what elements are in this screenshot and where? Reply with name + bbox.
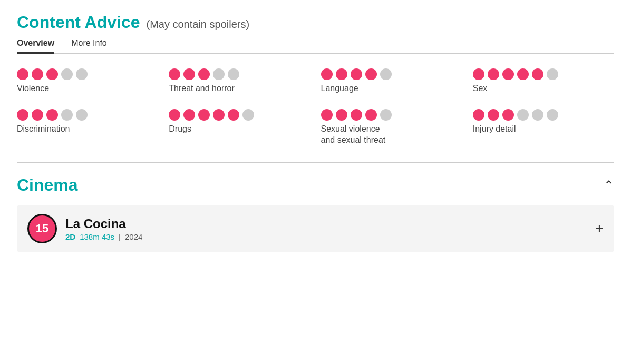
dots-row-language bbox=[321, 68, 462, 80]
rating-label-discrimination: Discrimination bbox=[17, 124, 158, 135]
cinema-title: Cinema bbox=[17, 175, 78, 195]
empty-dot bbox=[242, 109, 254, 121]
empty-dot bbox=[380, 109, 392, 121]
movie-meta: 2D 138m 43s | 2024 bbox=[65, 232, 142, 241]
dots-row-drugs bbox=[169, 109, 310, 121]
filled-dot bbox=[473, 109, 484, 121]
page-subtitle: (May contain spoilers) bbox=[147, 18, 250, 31]
rating-item-sex: Sex bbox=[473, 68, 614, 94]
movie-duration: 138m 43s bbox=[80, 232, 114, 241]
filled-dot bbox=[336, 68, 347, 80]
filled-dot bbox=[169, 68, 180, 80]
filled-dot bbox=[351, 68, 362, 80]
movie-card: 15 La Cocina 2D 138m 43s | 2024 + bbox=[17, 205, 614, 252]
collapse-cinema-button[interactable]: ⌃ bbox=[604, 178, 614, 193]
filled-dot bbox=[32, 109, 43, 121]
empty-dot bbox=[76, 109, 88, 121]
filled-dot bbox=[198, 68, 210, 80]
rating-item-drugs: Drugs bbox=[169, 109, 310, 146]
filled-dot bbox=[46, 109, 58, 121]
meta-separator: | bbox=[119, 232, 121, 241]
dots-row-threat-and-horror bbox=[169, 68, 310, 80]
tab-more-info[interactable]: More Info bbox=[71, 38, 107, 53]
empty-dot bbox=[547, 68, 558, 80]
rating-label-violence: Violence bbox=[17, 83, 158, 94]
rating-label-sex: Sex bbox=[473, 83, 614, 94]
cinema-header: Cinema ⌃ bbox=[17, 175, 614, 195]
add-movie-button[interactable]: + bbox=[595, 221, 604, 236]
filled-dot bbox=[517, 68, 529, 80]
filled-dot bbox=[32, 68, 43, 80]
rating-label-sexual-violence: Sexual violenceand sexual threat bbox=[321, 124, 462, 146]
dots-row-violence bbox=[17, 68, 158, 80]
movie-format: 2D bbox=[65, 232, 75, 241]
filled-dot bbox=[488, 68, 499, 80]
filled-dot bbox=[321, 68, 333, 80]
filled-dot bbox=[321, 109, 333, 121]
rating-item-language: Language bbox=[321, 68, 462, 94]
dots-row-injury-detail bbox=[473, 109, 614, 121]
dots-row-sex bbox=[473, 68, 614, 80]
filled-dot bbox=[17, 68, 28, 80]
movie-title: La Cocina bbox=[65, 217, 142, 231]
movie-info: La Cocina 2D 138m 43s | 2024 bbox=[65, 217, 142, 241]
movie-year: 2024 bbox=[125, 232, 142, 241]
empty-dot bbox=[228, 68, 239, 80]
rating-item-injury-detail: Injury detail bbox=[473, 109, 614, 146]
filled-dot bbox=[351, 109, 362, 121]
rating-item-violence: Violence bbox=[17, 68, 158, 94]
empty-dot bbox=[517, 109, 529, 121]
rating-item-threat-and-horror: Threat and horror bbox=[169, 68, 310, 94]
content-advice-header: Content Advice (May contain spoilers) bbox=[17, 13, 614, 32]
filled-dot bbox=[183, 68, 195, 80]
filled-dot bbox=[336, 109, 347, 121]
section-divider bbox=[17, 162, 614, 163]
rating-item-discrimination: Discrimination bbox=[17, 109, 158, 146]
filled-dot bbox=[365, 109, 377, 121]
empty-dot bbox=[532, 109, 543, 121]
empty-dot bbox=[213, 68, 225, 80]
tabs-bar: Overview More Info bbox=[17, 38, 614, 54]
filled-dot bbox=[502, 109, 514, 121]
rating-item-sexual-violence: Sexual violenceand sexual threat bbox=[321, 109, 462, 146]
ratings-grid: ViolenceThreat and horrorLanguageSexDisc… bbox=[17, 68, 614, 145]
rating-label-drugs: Drugs bbox=[169, 124, 310, 135]
filled-dot bbox=[213, 109, 225, 121]
movie-card-left: 15 La Cocina 2D 138m 43s | 2024 bbox=[27, 214, 142, 243]
rating-label-language: Language bbox=[321, 83, 462, 94]
filled-dot bbox=[198, 109, 210, 121]
rating-label-injury-detail: Injury detail bbox=[473, 124, 614, 135]
empty-dot bbox=[61, 68, 73, 80]
empty-dot bbox=[547, 109, 558, 121]
filled-dot bbox=[502, 68, 514, 80]
filled-dot bbox=[473, 68, 484, 80]
page-wrapper: Content Advice (May contain spoilers) Ov… bbox=[0, 0, 631, 264]
page-title: Content Advice bbox=[17, 13, 140, 32]
filled-dot bbox=[169, 109, 180, 121]
dots-row-discrimination bbox=[17, 109, 158, 121]
age-rating-badge: 15 bbox=[27, 214, 57, 243]
empty-dot bbox=[380, 68, 392, 80]
filled-dot bbox=[532, 68, 543, 80]
filled-dot bbox=[183, 109, 195, 121]
dots-row-sexual-violence bbox=[321, 109, 462, 121]
empty-dot bbox=[61, 109, 73, 121]
filled-dot bbox=[17, 109, 28, 121]
rating-label-threat-and-horror: Threat and horror bbox=[169, 83, 310, 94]
filled-dot bbox=[365, 68, 377, 80]
filled-dot bbox=[46, 68, 58, 80]
filled-dot bbox=[488, 109, 499, 121]
filled-dot bbox=[228, 109, 239, 121]
empty-dot bbox=[76, 68, 88, 80]
tab-overview[interactable]: Overview bbox=[17, 38, 54, 54]
cinema-section: Cinema ⌃ 15 La Cocina 2D 138m 43s | 2024… bbox=[17, 175, 614, 252]
